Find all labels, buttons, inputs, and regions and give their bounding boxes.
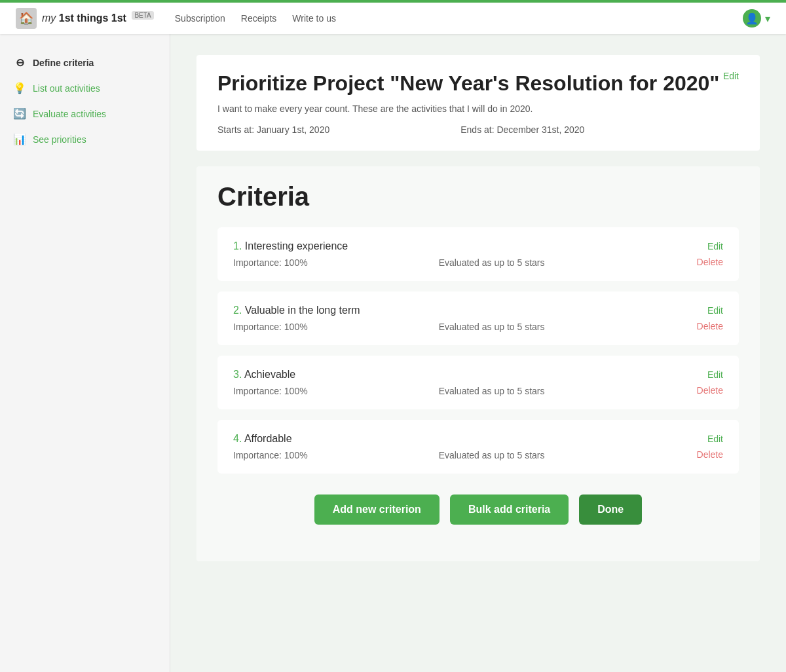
project-description: I want to make every year count. These a…: [217, 103, 739, 114]
bulk-add-button[interactable]: Bulk add criteria: [450, 495, 569, 525]
criterion-info-1: 1. Interesting experience Importance: 10…: [233, 240, 671, 268]
criterion-delete-button-4[interactable]: Delete: [697, 449, 723, 460]
criteria-section: Criteria 1. Interesting experience Impor…: [196, 166, 760, 561]
criterion-meta-1: Importance: 100% Evaluated as up to 5 st…: [233, 257, 671, 268]
criterion-importance-1: Importance: 100%: [233, 257, 308, 268]
criterion-delete-button-2[interactable]: Delete: [697, 321, 723, 331]
nav-write-to-us[interactable]: Write to us: [292, 13, 336, 24]
sidebar-item-define-criteria[interactable]: ⊖ Define criteria: [0, 50, 170, 75]
criterion-evaluation-3: Evaluated as up to 5 stars: [439, 386, 545, 396]
define-criteria-icon: ⊖: [13, 56, 26, 69]
bottom-actions: Add new criterion Bulk add criteria Done: [217, 495, 739, 546]
sidebar-item-evaluate-activities[interactable]: 🔄 Evaluate activities: [0, 101, 170, 126]
nav-user-chevron: ▾: [765, 12, 770, 25]
user-avatar-icon: 👤: [743, 9, 761, 28]
topnav: 🏠 my 1st things 1st BETA Subscription Re…: [0, 0, 786, 34]
criterion-actions-2: Edit Delete: [671, 305, 723, 331]
project-header: Prioritize Project "New Year's Resolutio…: [196, 55, 760, 151]
project-start-date: Starts at: January 1st, 2020: [217, 124, 329, 135]
done-button[interactable]: Done: [579, 495, 642, 525]
criterion-actions-4: Edit Delete: [671, 434, 723, 460]
logo-beta: BETA: [132, 11, 153, 20]
criterion-actions-1: Edit Delete: [671, 241, 723, 267]
criterion-card-3: 3. Achievable Importance: 100% Evaluated…: [217, 356, 739, 409]
project-dates: Starts at: January 1st, 2020 Ends at: De…: [217, 124, 739, 135]
logo-my: my: [42, 13, 56, 24]
sidebar-item-list-activities[interactable]: 💡 List out activities: [0, 75, 170, 101]
project-edit-button[interactable]: Edit: [723, 71, 739, 81]
logo-bold: 1st things 1st: [59, 13, 126, 24]
criterion-edit-button-3[interactable]: Edit: [707, 369, 723, 380]
sidebar-label-define-criteria: Define criteria: [33, 58, 94, 68]
nav-receipts[interactable]: Receipts: [241, 13, 276, 24]
criterion-meta-3: Importance: 100% Evaluated as up to 5 st…: [233, 386, 671, 396]
project-title: Prioritize Project "New Year's Resolutio…: [217, 71, 739, 96]
project-end-date: Ends at: December 31st, 2020: [460, 124, 584, 135]
criterion-edit-button-2[interactable]: Edit: [707, 305, 723, 316]
criterion-evaluation-1: Evaluated as up to 5 stars: [439, 257, 545, 268]
criterion-delete-button-1[interactable]: Delete: [697, 257, 723, 267]
logo: 🏠 my 1st things 1st BETA: [16, 8, 154, 29]
criteria-title: Criteria: [217, 182, 739, 212]
criterion-info-4: 4. Affordable Importance: 100% Evaluated…: [233, 433, 671, 460]
criterion-name-2: 2. Valuable in the long term: [233, 305, 671, 316]
nav-links: Subscription Receipts Write to us: [175, 13, 336, 24]
criterion-evaluation-4: Evaluated as up to 5 stars: [439, 450, 545, 460]
evaluate-activities-icon: 🔄: [13, 107, 26, 120]
criterion-importance-2: Importance: 100%: [233, 322, 308, 332]
see-priorities-icon: 📊: [13, 133, 26, 145]
sidebar: ⊖ Define criteria 💡 List out activities …: [0, 34, 170, 672]
nav-subscription[interactable]: Subscription: [175, 13, 225, 24]
nav-user[interactable]: 👤 ▾: [743, 9, 770, 28]
criterion-meta-4: Importance: 100% Evaluated as up to 5 st…: [233, 450, 671, 460]
sidebar-label-see-priorities: See priorities: [33, 134, 86, 145]
criterion-actions-3: Edit Delete: [671, 369, 723, 396]
criterion-info-3: 3. Achievable Importance: 100% Evaluated…: [233, 369, 671, 396]
criterion-name-1: 1. Interesting experience: [233, 240, 671, 252]
logo-icon: 🏠: [16, 8, 37, 29]
sidebar-item-see-priorities[interactable]: 📊 See priorities: [0, 126, 170, 152]
criterion-evaluation-2: Evaluated as up to 5 stars: [439, 322, 545, 332]
criterion-name-4: 4. Affordable: [233, 433, 671, 445]
criterion-meta-2: Importance: 100% Evaluated as up to 5 st…: [233, 322, 671, 332]
list-activities-icon: 💡: [13, 82, 26, 94]
criterion-card-4: 4. Affordable Importance: 100% Evaluated…: [217, 420, 739, 474]
criterion-importance-3: Importance: 100%: [233, 386, 308, 396]
criterion-card-2: 2. Valuable in the long term Importance:…: [217, 291, 739, 345]
main-content: Prioritize Project "New Year's Resolutio…: [170, 34, 786, 672]
criterion-info-2: 2. Valuable in the long term Importance:…: [233, 305, 671, 332]
layout: ⊖ Define criteria 💡 List out activities …: [0, 34, 786, 672]
sidebar-label-evaluate-activities: Evaluate activities: [33, 109, 106, 119]
criterion-importance-4: Importance: 100%: [233, 450, 308, 460]
criterion-delete-button-3[interactable]: Delete: [697, 385, 723, 396]
criterion-name-3: 3. Achievable: [233, 369, 671, 381]
criterion-card-1: 1. Interesting experience Importance: 10…: [217, 227, 739, 281]
criterion-edit-button-1[interactable]: Edit: [707, 241, 723, 252]
add-criterion-button[interactable]: Add new criterion: [314, 495, 440, 525]
criterion-edit-button-4[interactable]: Edit: [707, 434, 723, 444]
sidebar-label-list-activities: List out activities: [33, 83, 100, 94]
